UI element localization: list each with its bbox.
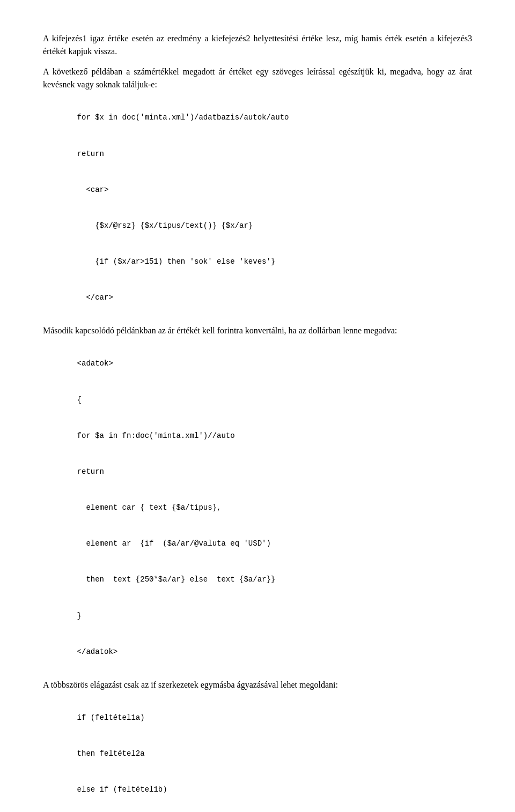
code-block-2: <adatok> { for $a in fn:doc('minta.xml')… — [59, 346, 472, 670]
page-content: A kifejezés1 igaz értéke esetén az eredm… — [43, 32, 472, 812]
code2-line9: </adatok> — [77, 647, 118, 656]
code1-line3: <car> — [77, 185, 109, 194]
paragraph-intro1: A kifejezés1 igaz értéke esetén az eredm… — [43, 32, 472, 58]
code2-line1: <adatok> — [77, 359, 113, 368]
code2-line6: element ar {if ($a/ar/@valuta eq 'USD') — [77, 539, 271, 548]
code1-line1: for $x in doc('minta.xml')/adatbazis/aut… — [77, 113, 289, 122]
code-block-1: for $x in doc('minta.xml')/adatbazis/aut… — [59, 100, 472, 316]
code2-line5: element car { text {$a/tipus}, — [77, 503, 222, 512]
paragraph-nested-intro: A többszörös elágazást csak az if szerke… — [43, 679, 472, 691]
code-block-3: if (feltétel1a) then feltétel2a else if … — [59, 700, 472, 812]
code2-line4: return — [77, 467, 104, 476]
code3-line3: else if (feltétel1b) — [77, 785, 167, 794]
code2-line3: for $a in fn:doc('minta.xml')//auto — [77, 431, 235, 440]
code2-line7: then text {250*$a/ar} else text {$a/ar}} — [77, 575, 276, 584]
code2-line2: { — [77, 396, 82, 404]
code3-line2: then feltétel2a — [77, 749, 145, 758]
code1-line4: {$x/@rsz} {$x/tipus/text()} {$x/ar} — [77, 221, 253, 230]
code3-line1: if (feltétel1a) — [77, 713, 145, 722]
code1-line5: {if ($x/ar>151) then 'sok' else 'keves'} — [77, 257, 276, 266]
paragraph-middle: Második kapcsolódó példánkban az ár érté… — [43, 324, 472, 337]
code1-line6: </car> — [77, 293, 113, 302]
paragraph-intro2: A következő példában a számértékkel mega… — [43, 65, 472, 91]
code1-line2: return — [77, 150, 104, 158]
code2-line8: } — [77, 612, 82, 620]
